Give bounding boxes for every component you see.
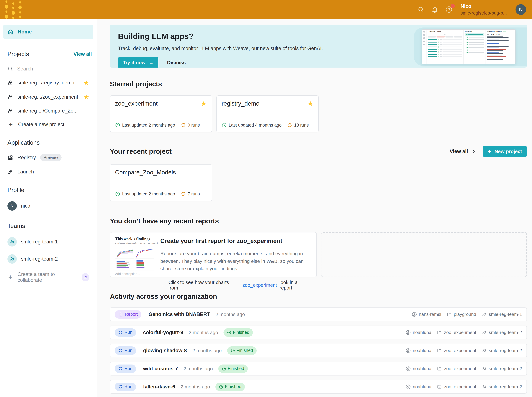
lock-icon (7, 80, 13, 86)
project-card-title: registry_demo (222, 100, 314, 107)
create-report-card[interactable]: This week's findings smle-reg-team-2/zoo… (110, 232, 317, 277)
activity-section: Activity across your organization Report… (110, 292, 527, 397)
view-all-link[interactable]: View all (450, 149, 476, 154)
user-name: Nico (461, 3, 507, 10)
main-content: Evaluate Traces Trace tr (97, 19, 532, 397)
activity-row-run[interactable]: Run wild-cosmos-7 2 months ago Finished … (110, 362, 527, 376)
user-icon (412, 312, 417, 317)
activity-project[interactable]: zoo_experiment (437, 384, 476, 389)
zoo-experiment-link[interactable]: zoo_experiment (242, 282, 277, 288)
activity-user[interactable]: noahluna (406, 366, 431, 371)
activity-project[interactable]: zoo_experiment (437, 366, 476, 371)
try-it-now-button[interactable]: Try it now → (118, 57, 158, 68)
lock-icon (7, 108, 13, 114)
activity-user[interactable]: hans-ramsl (412, 312, 441, 317)
teams-heading: Teams (7, 223, 25, 229)
user-org: smle-registries-bug-b... (461, 10, 507, 16)
create-team-button[interactable]: + Create a team to collaborate (3, 271, 93, 283)
activity-team[interactable]: smle-reg-team-2 (482, 366, 522, 371)
activity-user[interactable]: noahluna (406, 330, 431, 335)
create-report-description: Reports are your brain dumps, eureka mom… (160, 250, 306, 273)
report-thumb-title: This week's findings (115, 237, 154, 241)
dismiss-button[interactable]: Dismiss (167, 60, 186, 65)
star-icon[interactable]: ★ (83, 94, 89, 100)
activity-team[interactable]: smle-reg-team-2 (482, 348, 522, 353)
star-icon[interactable]: ★ (307, 100, 314, 107)
empty-report-placeholder (321, 232, 527, 277)
team-icon (482, 330, 487, 335)
weave-banner: Evaluate Traces Trace tr (110, 25, 527, 68)
star-icon[interactable]: ★ (201, 100, 207, 107)
clock-icon (222, 123, 227, 128)
activity-row-run[interactable]: Run glowing-shadow-8 2 months ago Finish… (110, 344, 527, 357)
clock-icon (115, 191, 120, 197)
reports-section: You don't have any recent reports This w… (110, 217, 527, 277)
runs-icon (181, 123, 186, 128)
sidebar-project-compare-zoo[interactable]: smle-reg-.../Compare_Zo... (3, 108, 93, 114)
crown-icon (82, 273, 89, 281)
sidebar-project-zoo-experiment[interactable]: smle-reg.../zoo_experiment ★ (3, 94, 93, 100)
activity-user[interactable]: noahluna (406, 384, 431, 389)
activity-project[interactable]: zoo_experiment (437, 330, 476, 335)
check-circle-icon (222, 367, 226, 371)
plus-icon: + (7, 122, 14, 127)
activity-team[interactable]: smle-reg-team-1 (482, 312, 522, 317)
report-thumb-subtitle: smle-reg-team-2/zoo_experiment (115, 242, 154, 245)
applications-section: Applications Registry Preview Launch (3, 139, 93, 175)
report-thumbnail-chart (135, 247, 154, 259)
activity-team[interactable]: smle-reg-team-2 (482, 384, 522, 389)
weave-preview-screenshot: Evaluate Traces Trace tr (422, 29, 515, 64)
report-thumbnail-chart (135, 259, 154, 270)
sidebar-item-home[interactable]: Home (3, 25, 93, 39)
sidebar-team-1[interactable]: smle-reg-team-1 (3, 237, 93, 247)
status-badge: Finished (218, 365, 248, 373)
user-icon (406, 330, 411, 335)
preview-left-title: Evaluate Traces (428, 31, 462, 33)
star-icon[interactable]: ★ (83, 80, 89, 86)
search-icon[interactable] (418, 6, 424, 13)
sidebar-team-2[interactable]: smle-reg-team-2 (3, 254, 93, 264)
sidebar-item-registry[interactable]: Registry Preview (3, 154, 93, 161)
activity-user[interactable]: noahluna (406, 348, 431, 353)
topbar: Nico smle-registries-bug-b... N (0, 0, 532, 19)
activity-row-run[interactable]: Run colorful-yogurt-9 2 months ago Finis… (110, 326, 527, 339)
preview-badge: Preview (40, 154, 62, 161)
activity-row-run[interactable]: Run fallen-dawn-6 2 months ago Finished … (110, 380, 527, 394)
project-card-registry-demo[interactable]: registry_demo ★ Last updated 4 months ag… (217, 95, 319, 132)
sidebar-project-registry-demo[interactable]: smle-reg.../registry_demo ★ (3, 80, 93, 86)
avatar: N (7, 201, 17, 211)
avatar[interactable]: N (515, 4, 526, 15)
create-new-project-button[interactable]: + Create a new project (3, 122, 93, 127)
project-card-title: Compare_Zoo_Models (115, 169, 207, 176)
user-menu[interactable]: Nico smle-registries-bug-b... (461, 3, 507, 16)
activity-item-name: fallen-dawn-6 (143, 384, 175, 390)
wandb-logo-icon[interactable] (5, 2, 22, 17)
project-search-input[interactable]: Search (3, 66, 93, 72)
new-project-button[interactable]: + New project (483, 146, 527, 157)
check-circle-icon (219, 385, 223, 389)
sidebar-item-launch[interactable]: Launch (3, 169, 93, 175)
run-badge: Run (115, 383, 136, 391)
project-card-zoo-experiment[interactable]: zoo_experiment ★ Last updated 2 months a… (110, 95, 212, 132)
run-badge: Run (115, 328, 136, 337)
activity-project[interactable]: playground (447, 312, 476, 317)
registry-grid-icon (7, 155, 13, 161)
activity-row-report[interactable]: Report Genomics with DNABERT 2 months ag… (110, 307, 527, 321)
bell-icon[interactable] (432, 6, 438, 13)
team-icon (7, 254, 17, 264)
runs-icon (118, 367, 123, 371)
status-badge: Finished (227, 346, 257, 355)
project-card-title: zoo_experiment (115, 100, 207, 107)
projects-view-all-link[interactable]: View all (74, 51, 92, 57)
sidebar-item-profile-nico[interactable]: N nico (3, 201, 93, 211)
activity-project[interactable]: zoo_experiment (437, 348, 476, 353)
help-icon[interactable] (445, 6, 452, 13)
runs-count-label: 7 runs (188, 192, 200, 197)
activity-item-time: 2 months ago (192, 348, 222, 353)
clock-icon (115, 123, 120, 128)
project-card-compare-zoo-models[interactable]: Compare_Zoo_Models Last updated 2 months… (110, 164, 212, 201)
runs-icon (287, 123, 292, 128)
activity-item-name: colorful-yogurt-9 (143, 330, 183, 335)
activity-team[interactable]: smle-reg-team-2 (482, 330, 522, 335)
rocket-icon (7, 169, 13, 175)
